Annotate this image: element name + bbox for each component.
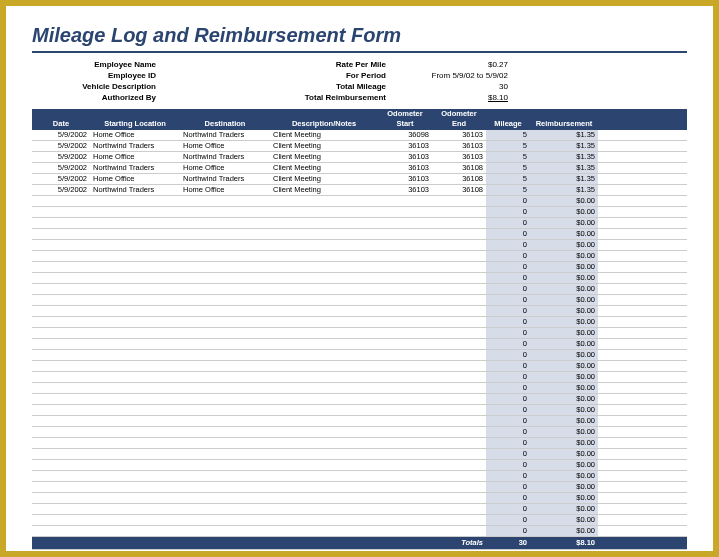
table-row: 0$0.00 [32, 284, 687, 295]
label-total-mileage: Total Mileage [192, 82, 392, 91]
page-title: Mileage Log and Reimbursement Form [32, 24, 687, 47]
table-row: 0$0.00 [32, 383, 687, 394]
mileage-table: Date Starting Location Destination Descr… [32, 109, 687, 550]
table-row: 0$0.00 [32, 262, 687, 273]
col-description: Description/Notes [270, 109, 378, 130]
label-rate-per-mile: Rate Per Mile [192, 60, 392, 69]
table-row: 5/9/2002Home OfficeNorthwind TradersClie… [32, 130, 687, 141]
table-row: 0$0.00 [32, 482, 687, 493]
table-row: 0$0.00 [32, 328, 687, 339]
table-row: 5/9/2002Northwind TradersHome OfficeClie… [32, 185, 687, 196]
table-row: 5/9/2002Northwind TradersHome OfficeClie… [32, 141, 687, 152]
table-row: 0$0.00 [32, 339, 687, 350]
header-info: Employee Name Rate Per Mile $0.27 Employ… [32, 59, 687, 103]
table-row: 0$0.00 [32, 460, 687, 471]
value-rate-per-mile: $0.27 [392, 60, 512, 69]
table-row: 0$0.00 [32, 427, 687, 438]
totals-mileage: 30 [486, 537, 530, 549]
totals-reimbursement: $8.10 [530, 537, 598, 549]
label-vehicle-description: Vehicle Description [32, 82, 162, 91]
table-row: 0$0.00 [32, 405, 687, 416]
table-row: 0$0.00 [32, 471, 687, 482]
label-authorized-by: Authorized By [32, 93, 162, 102]
col-mileage: Mileage [486, 109, 530, 130]
table-row: 0$0.00 [32, 372, 687, 383]
table-row: 0$0.00 [32, 196, 687, 207]
col-odometer-start: OdometerStart [378, 109, 432, 130]
table-row: 0$0.00 [32, 361, 687, 372]
value-total-reimbursement: $8.10 [392, 93, 512, 102]
table-row: 0$0.00 [32, 416, 687, 427]
col-reimbursement: Reimbursement [530, 109, 598, 130]
col-starting-location: Starting Location [90, 109, 180, 130]
table-row: 0$0.00 [32, 493, 687, 504]
table-row: 5/9/2002Northwind TradersHome OfficeClie… [32, 163, 687, 174]
title-divider [32, 51, 687, 53]
table-row: 0$0.00 [32, 218, 687, 229]
table-row: 0$0.00 [32, 526, 687, 537]
value-total-mileage: 30 [392, 82, 512, 91]
table-row: 0$0.00 [32, 207, 687, 218]
col-date: Date [32, 109, 90, 130]
label-total-reimbursement: Total Reimbursement [192, 93, 392, 102]
table-row: 0$0.00 [32, 515, 687, 526]
label-employee-id: Employee ID [32, 71, 162, 80]
table-row: 0$0.00 [32, 394, 687, 405]
table-row: 0$0.00 [32, 229, 687, 240]
table-row: 5/9/2002Home OfficeNorthwind TradersClie… [32, 174, 687, 185]
col-odometer-end: OdometerEnd [432, 109, 486, 130]
value-for-period: From 5/9/02 to 5/9/02 [392, 71, 512, 80]
table-row: 0$0.00 [32, 449, 687, 460]
table-row: 0$0.00 [32, 504, 687, 515]
table-row: 0$0.00 [32, 240, 687, 251]
table-row: 0$0.00 [32, 306, 687, 317]
table-row: 0$0.00 [32, 251, 687, 262]
table-row: 0$0.00 [32, 295, 687, 306]
totals-label: Totals [270, 537, 486, 549]
label-for-period: For Period [192, 71, 392, 80]
table-row: 0$0.00 [32, 438, 687, 449]
col-destination: Destination [180, 109, 270, 130]
table-row: 0$0.00 [32, 273, 687, 284]
label-employee-name: Employee Name [32, 60, 162, 69]
table-row: 0$0.00 [32, 317, 687, 328]
table-row: 5/9/2002Home OfficeNorthwind TradersClie… [32, 152, 687, 163]
table-row: 0$0.00 [32, 350, 687, 361]
